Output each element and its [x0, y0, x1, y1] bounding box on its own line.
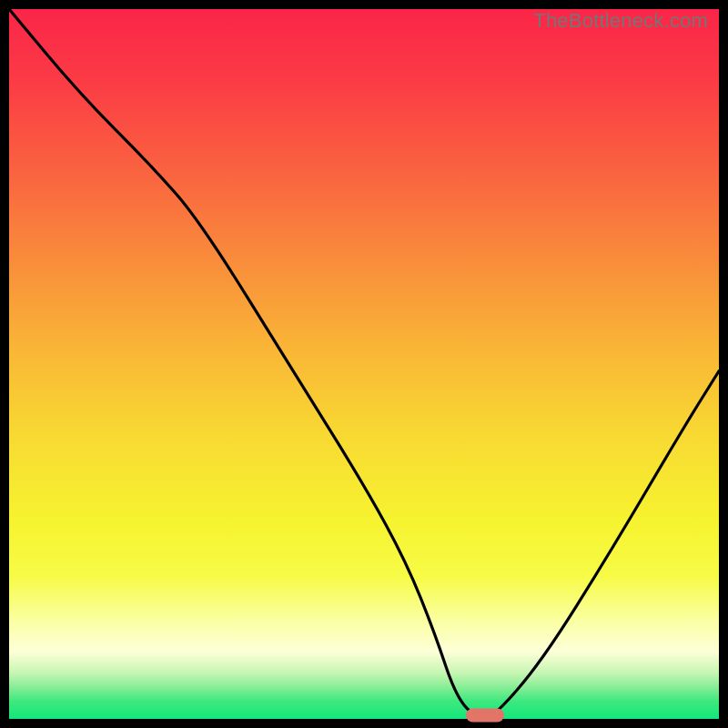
bottleneck-curve — [9, 9, 719, 719]
chart-frame: TheBottleneck.com — [0, 0, 728, 728]
plot-area: TheBottleneck.com — [9, 9, 719, 719]
optimal-marker — [466, 709, 504, 723]
watermark-text: TheBottleneck.com — [533, 9, 708, 33]
